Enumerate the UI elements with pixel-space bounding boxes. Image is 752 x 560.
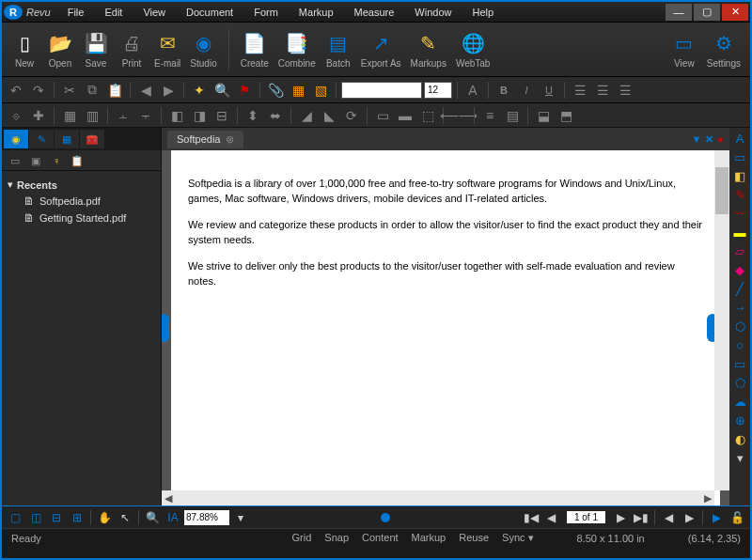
zoom-input[interactable] [184, 510, 229, 525]
panel-tab-markups[interactable]: ✎ [29, 130, 54, 148]
zoom-dropdown-icon[interactable]: ▾ [231, 508, 250, 527]
t2-icon[interactable]: ⬍ [243, 105, 263, 126]
t2-icon[interactable]: ▦ [59, 105, 80, 126]
markup-tool-icon[interactable]: 〰 [731, 205, 748, 222]
menu-window[interactable]: Window [405, 5, 461, 20]
markup-tool-icon[interactable]: ◐ [731, 430, 748, 447]
select-tool-button[interactable]: ↖ [116, 508, 134, 527]
markup-tool-icon[interactable]: ◧ [731, 167, 748, 184]
status-toggle[interactable]: Snap [324, 532, 349, 544]
split-handle-left[interactable] [162, 314, 169, 342]
markup-tool-icon[interactable]: ⊕ [731, 412, 748, 428]
search-icon[interactable]: 🔍 [212, 80, 232, 101]
markup-tool-icon[interactable]: → [731, 299, 748, 316]
scroll-right-icon[interactable]: ▶ [701, 491, 714, 505]
t2-icon[interactable]: ⫟ [135, 105, 156, 126]
markup-tool-icon[interactable]: ⬠ [731, 374, 748, 391]
open-button[interactable]: 📂Open [43, 28, 77, 70]
markup-tool-icon[interactable]: ▬ [731, 224, 748, 241]
lock-button[interactable]: 🔓 [728, 508, 746, 527]
undo-button[interactable]: ↶ [6, 80, 26, 101]
scroll-left-icon[interactable]: ◀ [162, 491, 175, 505]
nav-fwd-button[interactable]: ▶ [680, 508, 698, 527]
t2-icon[interactable]: ⬌ [265, 105, 286, 126]
status-toggle[interactable]: Sync ▾ [502, 532, 534, 544]
t2-icon[interactable]: ⫠ [113, 105, 133, 126]
markup-tool-icon[interactable]: ✎ [731, 186, 748, 203]
scrollbar-vertical[interactable] [714, 150, 729, 490]
next-button[interactable]: ▶ [158, 80, 179, 101]
t2-icon[interactable]: ≡ [479, 105, 500, 126]
align-right-button[interactable]: ☰ [615, 80, 635, 101]
menu-file[interactable]: File [58, 5, 94, 20]
email-button[interactable]: ✉E-mail [150, 28, 184, 70]
print-button[interactable]: 🖨Print [115, 28, 149, 70]
t2-icon[interactable]: ⟵⟶ [448, 105, 469, 126]
flag-icon[interactable]: ⚑ [234, 80, 255, 101]
tab-dropdown-icon[interactable]: ▼ [691, 133, 701, 146]
t2-icon[interactable]: ▬ [395, 105, 415, 126]
exportas-button[interactable]: ↗Export As [357, 28, 405, 70]
first-page-button[interactable]: ▮◀ [522, 508, 540, 527]
cut-button[interactable]: ✂ [59, 80, 80, 101]
sub-btn[interactable]: ♀ [47, 152, 66, 169]
stamp-icon[interactable]: ▦ [288, 80, 308, 101]
markup-tool-icon[interactable]: ▾ [731, 449, 748, 466]
prev-page-button[interactable]: ◀ [542, 508, 561, 527]
t2-icon[interactable]: ⟳ [341, 105, 362, 126]
sub-btn[interactable]: ▭ [6, 152, 24, 169]
tab-marker-icon[interactable]: ● [717, 133, 724, 146]
split-none-button[interactable]: ▢ [6, 508, 24, 527]
menu-form[interactable]: Form [244, 5, 288, 20]
settings-button[interactable]: ⚙Settings [703, 28, 744, 70]
minimize-button[interactable]: — [666, 4, 692, 21]
file-item[interactable]: 🗎Softpedia.pdf [6, 193, 157, 210]
bold-button[interactable]: B [494, 80, 514, 101]
t2-icon[interactable]: ⬓ [533, 105, 554, 126]
nav-back-button[interactable]: ◀ [659, 508, 678, 527]
create-button[interactable]: 📄Create [237, 28, 273, 70]
paste-button[interactable]: 📋 [104, 80, 125, 101]
save-button[interactable]: 💾Save [79, 28, 113, 70]
t2-icon[interactable]: ◨ [189, 105, 210, 126]
menu-measure[interactable]: Measure [345, 5, 404, 20]
scrollbar-horizontal[interactable]: ◀ ▶ [162, 490, 714, 506]
t2-icon[interactable]: ◣ [319, 105, 339, 126]
maximize-button[interactable]: ▢ [694, 4, 720, 21]
status-toggle[interactable]: Content [362, 532, 399, 544]
scroll-thumb[interactable] [715, 167, 728, 214]
t2-icon[interactable]: ✚ [28, 105, 49, 126]
webtab-button[interactable]: 🌐WebTab [452, 28, 494, 70]
split-quad-button[interactable]: ⊞ [68, 508, 86, 527]
menu-edit[interactable]: Edit [95, 5, 132, 20]
markups-button[interactable]: ✎Markups [407, 28, 450, 70]
menu-view[interactable]: View [133, 5, 175, 20]
markup-tool-icon[interactable]: ▭ [731, 148, 748, 165]
pan-tool-button[interactable]: ✋ [95, 508, 114, 527]
markup-tool-icon[interactable]: ▭ [731, 355, 748, 372]
tree-recents-header[interactable]: ▾ Recents [6, 177, 157, 193]
t2-icon[interactable]: ⟐ [6, 105, 26, 126]
markup-tool-icon[interactable]: ◆ [731, 261, 748, 278]
text-tool-button[interactable]: IA [164, 508, 182, 527]
font-size-input[interactable] [424, 82, 452, 99]
document-tab[interactable]: Softpedia ⊗ [167, 131, 243, 148]
markup-tool-icon[interactable]: ○ [731, 336, 748, 353]
panel-tab-toolbox[interactable]: 🧰 [80, 130, 104, 148]
tab-close-all-icon[interactable]: ✕ [705, 133, 713, 146]
font-color-icon[interactable]: A [462, 80, 483, 101]
attach-icon[interactable]: 📎 [265, 80, 286, 101]
t2-icon[interactable]: ◢ [296, 105, 317, 126]
split-v-button[interactable]: ⊟ [47, 508, 66, 527]
italic-button[interactable]: I [516, 80, 537, 101]
underline-button[interactable]: U [539, 80, 559, 101]
copy-button[interactable]: ⧉ [82, 80, 102, 101]
prev-button[interactable]: ◀ [135, 80, 156, 101]
t2-icon[interactable]: ◧ [166, 105, 187, 126]
align-center-button[interactable]: ☰ [592, 80, 613, 101]
tab-close-icon[interactable]: ⊗ [226, 133, 234, 146]
sub-btn[interactable]: ▣ [26, 152, 45, 169]
status-toggle[interactable]: Grid [292, 532, 312, 544]
t2-icon[interactable]: ⬒ [556, 105, 576, 126]
markup-tool-icon[interactable]: ☁ [731, 393, 748, 410]
